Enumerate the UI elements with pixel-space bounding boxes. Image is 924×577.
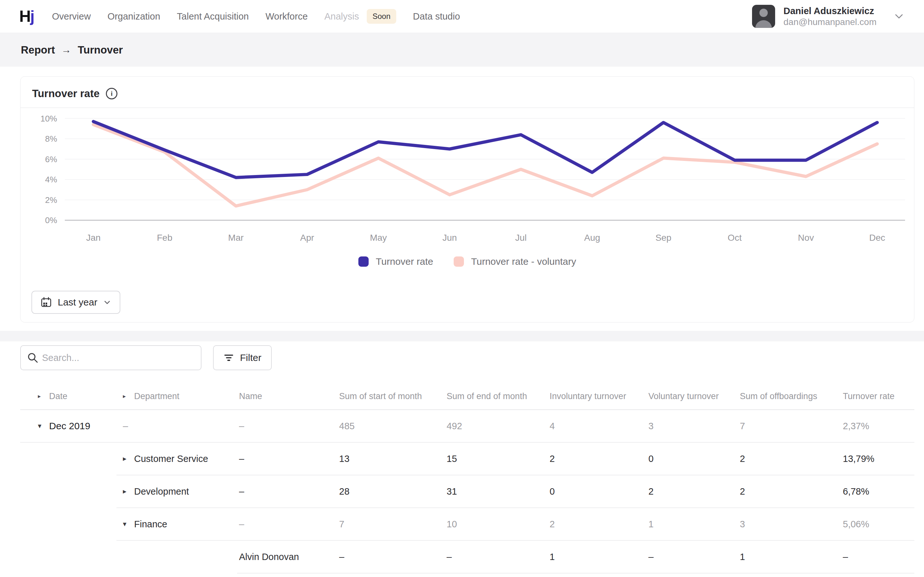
- column-header-offboardings: Sum of offboardings: [740, 392, 843, 401]
- breadcrumb-report[interactable]: Report: [21, 44, 55, 56]
- x-tick-label: Jun: [443, 233, 457, 243]
- breadcrumb-turnover: Turnover: [78, 44, 123, 56]
- turnover-table-section: Filter ▸ Date ▸ Department Name Sum of s…: [0, 342, 924, 574]
- x-tick-label: Mar: [228, 233, 244, 243]
- expand-row-icon[interactable]: ▸: [123, 455, 126, 463]
- cell-value: 7: [339, 519, 344, 530]
- table-cell: 13: [339, 454, 447, 464]
- cell-value: –: [239, 454, 244, 464]
- column-header-involuntary: Involuntary turnover: [549, 392, 648, 401]
- cell-value: –: [843, 552, 848, 562]
- table-cell: 31: [447, 486, 549, 497]
- y-tick-label: 4%: [45, 175, 57, 184]
- y-tick-label: 10%: [40, 114, 57, 123]
- turnover-table: ▸ Date ▸ Department Name Sum of start of…: [20, 383, 914, 574]
- table-cell: 6,78%: [843, 486, 914, 497]
- x-tick-label: Feb: [157, 233, 172, 243]
- humanpanel-logo[interactable]: Hj: [19, 7, 33, 26]
- column-header-name: Name: [239, 392, 339, 401]
- cell-value: –: [648, 552, 654, 562]
- section-gap: [0, 331, 924, 342]
- x-tick-label: Jul: [515, 233, 527, 243]
- legend-item-voluntary: Turnover rate - voluntary: [454, 256, 576, 267]
- cell-value: 28: [339, 486, 349, 497]
- column-header-date: ▸ Date: [20, 392, 123, 401]
- table-cell: 3: [740, 519, 843, 530]
- row-divider: [237, 573, 914, 574]
- expand-column-icon[interactable]: ▸: [38, 393, 41, 400]
- table-cell: 2,37%: [843, 421, 914, 432]
- filter-label: Filter: [240, 352, 262, 363]
- turnover-rate-card: Turnover rate i 0%2%4%6%8%10%JanFebMarAp…: [20, 76, 914, 322]
- expand-column-icon[interactable]: ▸: [123, 393, 126, 400]
- breadcrumb-arrow-icon: →: [61, 44, 71, 56]
- table-cell: Alvin Donovan: [239, 552, 339, 562]
- cell-value: 15: [447, 454, 457, 464]
- x-tick-label: May: [370, 233, 387, 243]
- table-cell: 28: [339, 486, 447, 497]
- search-icon: [27, 351, 39, 364]
- table-row[interactable]: ▾Finance–7102135,06%: [20, 508, 914, 540]
- column-header-end: Sum of end of month: [447, 392, 549, 401]
- x-tick-label: Dec: [869, 233, 885, 243]
- column-header-start: Sum of start of month: [339, 392, 447, 401]
- table-cell: 492: [447, 421, 549, 432]
- legend-swatch-voluntary: [454, 256, 464, 267]
- cell-value: 5,06%: [843, 519, 869, 530]
- y-tick-label: 6%: [45, 155, 57, 164]
- table-cell: ▾Finance: [123, 519, 239, 530]
- nav-item-workforce[interactable]: Workforce: [265, 11, 308, 22]
- chart-title: Turnover rate: [32, 87, 99, 100]
- table-cell: 1: [549, 552, 648, 562]
- table-cell: –: [648, 552, 740, 562]
- nav-item-organization[interactable]: Organization: [107, 11, 160, 22]
- collapse-row-icon[interactable]: ▾: [123, 520, 126, 528]
- cell-value: Dec 2019: [49, 421, 90, 432]
- table-cell: 13,79%: [843, 454, 914, 464]
- expand-row-icon[interactable]: ▸: [123, 487, 126, 496]
- table-row[interactable]: ▾Dec 2019––4854924372,37%: [20, 410, 914, 442]
- column-header-voluntary: Voluntary turnover: [648, 392, 740, 401]
- cell-value: Alvin Donovan: [239, 552, 299, 562]
- table-cell: 5,06%: [843, 519, 914, 530]
- table-body: ▾Dec 2019––4854924372,37%▸Customer Servi…: [20, 410, 914, 574]
- search-input[interactable]: [20, 345, 202, 370]
- table-cell: ▾Dec 2019: [20, 421, 123, 432]
- logo-letter-j: j: [30, 7, 33, 26]
- x-tick-label: Oct: [728, 233, 742, 243]
- x-tick-label: Aug: [584, 233, 600, 243]
- table-row[interactable]: Alvin Donovan––1–1–: [20, 541, 914, 573]
- nav-item-talent-acquisition[interactable]: Talent Acquisition: [177, 11, 249, 22]
- cell-value: –: [239, 519, 244, 530]
- line-chart: 0%2%4%6%8%10%JanFebMarAprMayJunJulAugSep…: [21, 108, 914, 253]
- nav-item-analysis: Analysis: [325, 11, 359, 22]
- user-email: dan@humanpanel.com: [783, 17, 877, 27]
- chevron-down-icon[interactable]: [893, 11, 905, 22]
- period-selector-button[interactable]: Last year: [31, 291, 120, 314]
- collapse-row-icon[interactable]: ▾: [38, 422, 41, 430]
- cell-value: 2: [648, 486, 654, 497]
- cell-value: 31: [447, 486, 457, 497]
- user-menu[interactable]: Daniel Aduszkiewicz dan@humanpanel.com: [752, 5, 905, 28]
- legend-item-turnover-rate: Turnover rate: [359, 256, 433, 267]
- cell-value: 2: [549, 519, 555, 530]
- table-header: ▸ Date ▸ Department Name Sum of start of…: [20, 383, 914, 410]
- card-header: Turnover rate i: [21, 77, 914, 107]
- table-row[interactable]: ▸Development–28310226,78%: [20, 475, 914, 508]
- table-cell: 3: [648, 421, 740, 432]
- filter-button[interactable]: Filter: [213, 345, 272, 370]
- cell-value: –: [123, 421, 128, 432]
- info-icon[interactable]: i: [106, 88, 118, 99]
- cell-value: 1: [740, 552, 745, 562]
- legend-label: Turnover rate - voluntary: [471, 256, 576, 267]
- cell-value: –: [339, 552, 344, 562]
- column-header-rate: Turnover rate: [843, 392, 914, 401]
- nav-item-overview[interactable]: Overview: [52, 11, 91, 22]
- cell-value: 0: [648, 454, 654, 464]
- nav-item-data-studio[interactable]: Data studio: [413, 11, 460, 22]
- table-row[interactable]: ▸Customer Service–131520213,79%: [20, 443, 914, 475]
- chart-legend: Turnover rate Turnover rate - voluntary: [21, 256, 914, 267]
- table-cell: 1: [648, 519, 740, 530]
- user-text: Daniel Aduszkiewicz dan@humanpanel.com: [783, 5, 877, 27]
- table-cell: 0: [648, 454, 740, 464]
